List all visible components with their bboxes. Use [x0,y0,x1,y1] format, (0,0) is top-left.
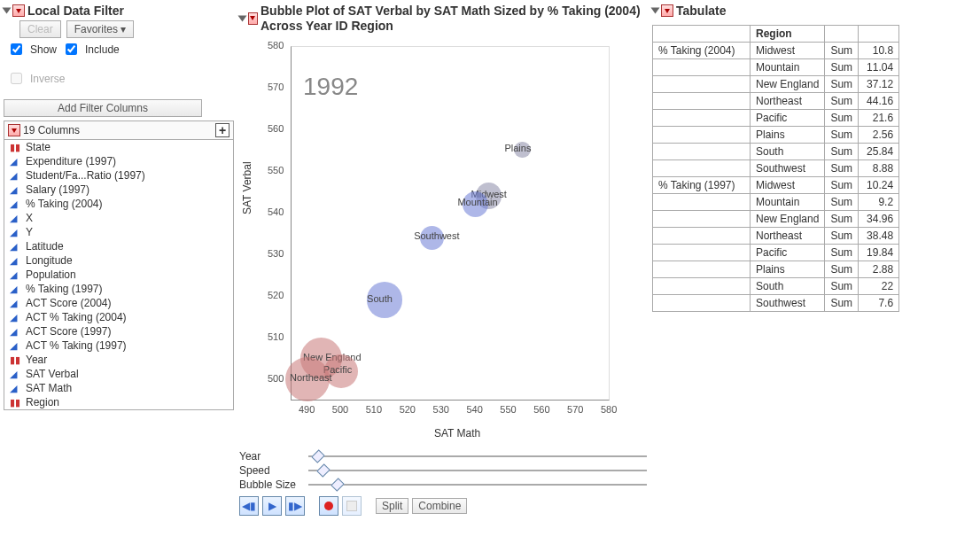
group-cell [653,261,751,278]
region-cell: New England [751,211,825,228]
split-button[interactable]: Split [376,498,408,514]
column-name: ACT Score (1997) [26,325,112,338]
group-cell [653,93,751,110]
year-slider[interactable] [308,450,647,463]
stat-cell: Sum [825,278,859,295]
stat-cell: Sum [825,261,859,278]
table-row[interactable]: NortheastSum44.16 [653,93,899,110]
red-dropdown-icon[interactable] [12,4,25,17]
stat-cell: Sum [825,43,859,59]
play-button[interactable]: ▶ [262,496,282,516]
column-item[interactable]: ◢Population [4,268,233,282]
x-tick: 520 [400,404,416,415]
column-item[interactable]: ◢X [4,211,233,225]
column-item[interactable]: ▮▮State [4,140,233,154]
region-cell: Mountain [751,194,825,211]
column-name: SAT Math [26,382,72,394]
table-row[interactable]: MountainSum11.04 [653,59,899,76]
column-item[interactable]: ◢Student/Fa...Ratio (1997) [4,168,233,183]
table-row[interactable]: PacificSum21.6 [653,110,899,127]
column-item[interactable]: ◢Y [4,225,233,239]
stat-cell: Sum [825,177,859,194]
column-name: % Taking (2004) [26,198,103,210]
group-cell [653,228,751,245]
include-checkbox[interactable] [66,43,77,55]
y-tick: 540 [268,206,284,217]
column-item[interactable]: ◢ACT % Taking (2004) [4,310,233,324]
table-row[interactable]: % Taking (2004)MidwestSum10.8 [653,43,899,59]
table-row[interactable]: SouthSum22 [653,278,899,295]
show-checkbox[interactable] [11,43,22,55]
value-cell: 11.04 [859,59,899,76]
table-row[interactable]: New EnglandSum37.12 [653,76,899,93]
combine-button[interactable]: Combine [412,498,467,514]
value-cell: 21.6 [859,110,899,127]
bubble-size-slider[interactable] [308,478,647,491]
column-item[interactable]: ▮▮Region [4,395,233,409]
table-row[interactable]: SouthwestSum7.6 [653,295,899,312]
table-row[interactable]: MountainSum9.2 [653,194,899,211]
red-dropdown-icon[interactable] [248,12,258,25]
disclosure-icon[interactable] [238,15,247,21]
bubble-size-slider-label: Bubble Size [239,478,303,491]
red-dropdown-icon[interactable] [661,4,673,17]
speed-slider[interactable] [308,464,647,477]
column-item[interactable]: ◢Salary (1997) [4,183,233,197]
include-label: Include [85,43,120,56]
column-list[interactable]: ▮▮State◢Expenditure (1997)◢Student/Fa...… [4,140,233,409]
value-cell: 9.2 [859,194,899,211]
group-cell [653,211,751,228]
save-recording-button [342,496,362,516]
table-row[interactable]: SouthSum25.84 [653,144,899,160]
tabulate-title: Tabulate [676,4,727,18]
table-row[interactable]: PacificSum19.84 [653,245,899,261]
add-column-button[interactable]: + [215,123,229,137]
column-item[interactable]: ◢SAT Verbal [4,367,233,381]
table-row[interactable]: PlainsSum2.88 [653,261,899,278]
clear-button[interactable]: Clear [19,20,61,38]
bubble-chart: 1992 SAT Verbal SAT Math 490500510520530… [239,37,629,445]
column-item[interactable]: ◢Longitude [4,253,233,268]
speed-slider-label: Speed [239,464,303,477]
table-row[interactable]: NortheastSum38.48 [653,228,899,245]
column-item[interactable]: ◢Latitude [4,239,233,253]
column-item[interactable]: ◢Expenditure (1997) [4,154,233,168]
value-cell: 44.16 [859,93,899,110]
column-item[interactable]: ◢% Taking (1997) [4,282,233,296]
value-cell: 10.8 [859,43,899,59]
record-button[interactable] [319,496,338,516]
group-cell [653,295,751,312]
column-item[interactable]: ◢ACT % Taking (1997) [4,338,233,353]
column-item[interactable]: ◢SAT Math [4,381,233,395]
value-cell: 25.84 [859,144,899,160]
value-cell: 2.88 [859,261,899,278]
bubble-label: Southwest [414,230,459,241]
column-item[interactable]: ◢ACT Score (2004) [4,296,233,310]
y-tick: 530 [268,248,284,259]
bubble-label: South [367,293,393,304]
favorites-dropdown[interactable]: Favorites ▾ [66,20,135,38]
column-item[interactable]: ▮▮Year [4,353,233,367]
disclosure-icon[interactable] [651,8,660,14]
column-name: % Taking (1997) [26,283,103,295]
column-name: SAT Verbal [26,368,79,380]
table-row[interactable]: % Taking (1997)MidwestSum10.24 [653,177,899,194]
disclosure-icon[interactable] [3,8,12,14]
column-name: Longitude [26,254,73,267]
table-row[interactable]: SouthwestSum8.88 [653,160,899,177]
value-cell: 2.56 [859,127,899,144]
y-tick: 500 [268,373,284,384]
value-cell: 22 [859,278,899,295]
column-name: Population [26,268,76,281]
column-item[interactable]: ◢% Taking (2004) [4,197,233,211]
column-item[interactable]: ◢ACT Score (1997) [4,324,233,338]
red-dropdown-icon[interactable] [8,124,20,136]
stat-cell: Sum [825,127,859,144]
region-cell: Northeast [751,93,825,110]
column-name: Expenditure (1997) [26,155,116,167]
step-forward-button[interactable]: ▮▶ [285,496,305,516]
table-row[interactable]: PlainsSum2.56 [653,127,899,144]
table-row[interactable]: New EnglandSum34.96 [653,211,899,228]
add-filter-columns-button[interactable]: Add Filter Columns [4,99,202,117]
step-back-button[interactable]: ◀▮ [239,496,259,516]
